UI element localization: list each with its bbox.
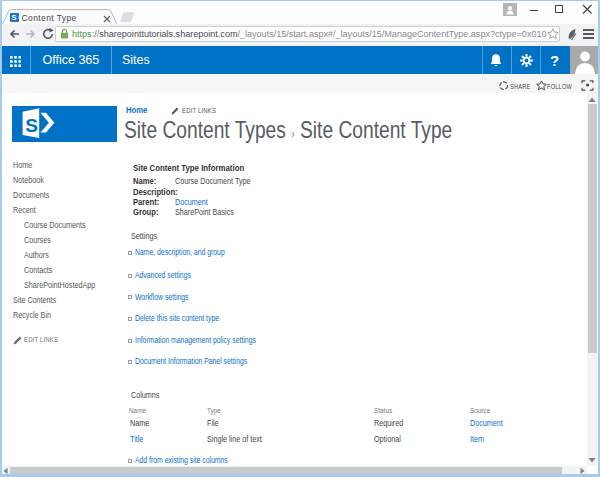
svg-text:S: S xyxy=(25,115,38,136)
svg-text:S: S xyxy=(12,13,17,22)
